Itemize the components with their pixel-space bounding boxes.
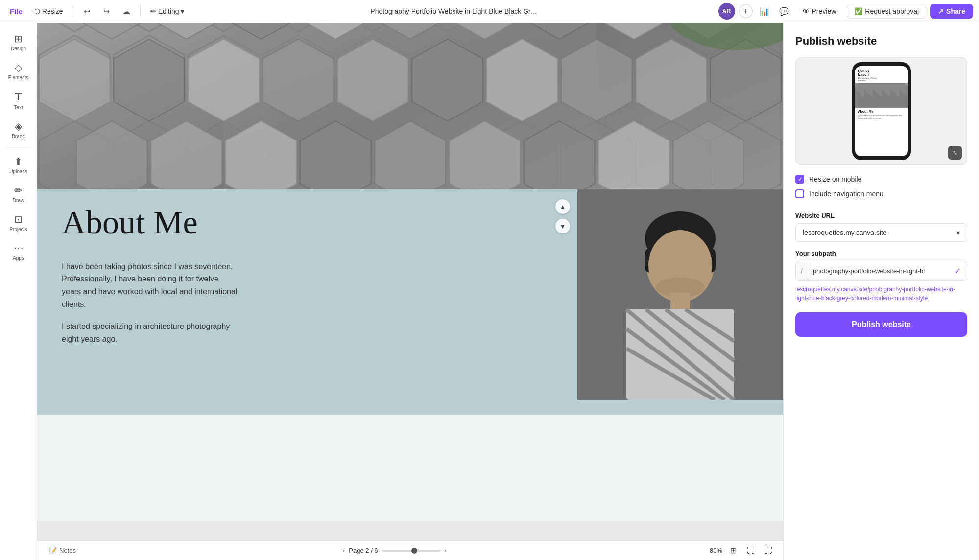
share-button[interactable]: ↗ Share	[930, 4, 973, 19]
notes-icon: 📝	[49, 547, 57, 554]
check-circle-icon: ✅	[854, 7, 862, 15]
editing-pencil-icon: ✏	[150, 7, 156, 15]
undo-button[interactable]: ↩	[79, 3, 95, 19]
canvas-content[interactable]: ▲ ▼ About Me I have been taking photos s…	[37, 23, 783, 540]
nav-menu-label: Include navigation menu	[809, 190, 883, 198]
website-url-dropdown[interactable]: lescroquettes.my.canva.site ▾	[795, 223, 967, 242]
sidebar-label-apps: Apps	[13, 256, 24, 261]
subpath-row: / ✓	[795, 261, 967, 281]
main-area: ⊞ Design ◇ Elements T Text ◈ Brand ⬆ Upl…	[0, 23, 979, 560]
nav-menu-checkbox[interactable]	[795, 189, 804, 198]
page-slider-thumb	[411, 548, 417, 554]
separator-1	[73, 5, 73, 17]
avatar[interactable]: AR	[718, 3, 735, 20]
about-photo	[577, 189, 783, 400]
redo-button[interactable]: ↪	[99, 3, 115, 19]
page-back-button[interactable]: ‹	[343, 547, 345, 554]
url-preview-base: lescroquettes.my.canva.site/	[795, 286, 869, 293]
portrait-svg	[577, 189, 783, 400]
subpath-input[interactable]	[808, 262, 949, 280]
panel-title: Publish website	[795, 35, 967, 47]
resize-mobile-checkbox[interactable]	[795, 175, 804, 184]
resize-icon: ⬡	[34, 7, 40, 15]
phone-mockup: QuincyMason Architecture / Photo Portfol…	[852, 62, 911, 160]
sidebar-item-text[interactable]: T Text	[2, 87, 35, 115]
elements-icon: ◇	[15, 62, 22, 73]
sidebar-item-brand[interactable]: ◈ Brand	[2, 117, 35, 143]
separator-2	[140, 5, 141, 17]
request-approval-button[interactable]: ✅ Request approval	[847, 4, 926, 19]
bottombar: 📝 Notes ‹ Page 2 / 6 › 80% ⊞ ⛶ ⛶	[37, 540, 783, 560]
sidebar-label-draw: Draw	[13, 198, 24, 204]
nav-menu-row[interactable]: Include navigation menu	[795, 189, 967, 198]
chevron-down-icon: ▾	[956, 229, 960, 236]
about-section: ▲ ▼ About Me I have been taking photos s…	[37, 189, 783, 415]
preview-button[interactable]: 👁 Preview	[796, 4, 843, 18]
expand-button[interactable]: ⤡	[948, 146, 962, 160]
uploads-icon: ⬆	[14, 156, 23, 167]
subpath-label: Your subpath	[795, 250, 967, 257]
brand-icon: ◈	[15, 120, 22, 132]
preview-card: QuincyMason Architecture / Photo Portfol…	[795, 57, 967, 165]
resize-button[interactable]: ⬡ Resize	[30, 5, 67, 17]
sidebar-label-elements: Elements	[8, 75, 29, 81]
sidebar-item-draw[interactable]: ✏ Draw	[2, 181, 35, 208]
apps-icon: ⋯	[14, 242, 24, 254]
svg-rect-49	[577, 189, 783, 400]
editing-button[interactable]: ✏ Editing ▾	[146, 5, 189, 17]
sidebar-item-apps[interactable]: ⋯ Apps	[2, 238, 35, 265]
sidebar-divider	[6, 147, 31, 148]
website-url-value: lescroquettes.my.canva.site	[803, 229, 887, 236]
website-url-label: Website URL	[795, 212, 967, 219]
share-icon: ↗	[938, 7, 944, 15]
topbar: File ⬡ Resize ↩ ↪ ☁ ✏ Editing ▾ Photogra…	[0, 0, 979, 23]
notes-button[interactable]: 📝 Notes	[45, 545, 80, 556]
sidebar-item-projects[interactable]: ⊡ Projects	[2, 210, 35, 236]
url-preview: lescroquettes.my.canva.site/photography-…	[795, 285, 967, 303]
phone-screen-img	[855, 83, 908, 108]
resize-mobile-label: Resize on mobile	[809, 175, 861, 183]
subpath-confirm-button[interactable]: ✓	[949, 261, 967, 280]
sidebar-item-uploads[interactable]: ⬆ Uploads	[2, 152, 35, 179]
sidebar-label-projects: Projects	[9, 227, 27, 233]
editing-chevron-icon: ▾	[181, 7, 184, 15]
sidebar-label-uploads: Uploads	[9, 169, 27, 175]
present-button[interactable]: ⛶	[762, 544, 775, 558]
sidebar: ⊞ Design ◇ Elements T Text ◈ Brand ⬆ Upl…	[0, 23, 37, 560]
draw-icon: ✏	[14, 185, 23, 196]
phone-screen-body: About Me Quincy Mason is an architecture…	[855, 108, 908, 121]
publish-panel: Publish website QuincyMason Architecture…	[783, 23, 979, 560]
topbar-right: AR + 📊 💬 👁 Preview ✅ Request approval ↗ …	[718, 3, 973, 20]
sidebar-item-elements[interactable]: ◇ Elements	[2, 58, 35, 85]
publish-website-button[interactable]: Publish website	[795, 312, 967, 337]
save-cloud-button[interactable]: ☁	[119, 3, 134, 19]
page-canvas[interactable]: ▲ ▼ About Me I have been taking photos s…	[37, 23, 783, 521]
subpath-slash: /	[796, 262, 808, 280]
sidebar-label-design: Design	[11, 46, 26, 52]
resize-mobile-row[interactable]: Resize on mobile	[795, 175, 967, 184]
eye-icon: 👁	[803, 7, 810, 15]
sidebar-item-design[interactable]: ⊞ Design	[2, 29, 35, 56]
grid-view-button[interactable]: ⊞	[726, 544, 740, 558]
comments-icon[interactable]: 💬	[776, 3, 792, 19]
page-forward-button[interactable]: ›	[445, 547, 447, 554]
text-icon: T	[15, 91, 22, 103]
sidebar-label-brand: Brand	[12, 134, 25, 140]
page-indicator: ‹ Page 2 / 6 ›	[86, 547, 704, 554]
scroll-down-button[interactable]: ▼	[555, 219, 570, 233]
page-slider[interactable]	[382, 550, 441, 552]
analytics-icon[interactable]: 📊	[757, 3, 772, 19]
document-title: Photography Portfolio Website in Light B…	[192, 7, 714, 15]
phone-screen-header: QuincyMason Architecture / Photo Portfol…	[855, 66, 908, 83]
fit-screen-button[interactable]: ⛶	[744, 544, 758, 558]
hero-image	[37, 23, 783, 189]
canvas-area: ▲ ▼ About Me I have been taking photos s…	[37, 23, 783, 560]
page-indicator-text: Page 2 / 6	[349, 547, 378, 554]
scroll-up-button[interactable]: ▲	[555, 199, 570, 214]
projects-icon: ⊡	[14, 213, 23, 225]
sidebar-label-text: Text	[14, 105, 23, 111]
file-button[interactable]: File	[6, 5, 26, 18]
bottombar-right: 80% ⊞ ⛶ ⛶	[710, 544, 775, 558]
add-collaborator-button[interactable]: +	[739, 4, 753, 18]
about-text: I have been taking photos since I was se…	[62, 260, 238, 346]
